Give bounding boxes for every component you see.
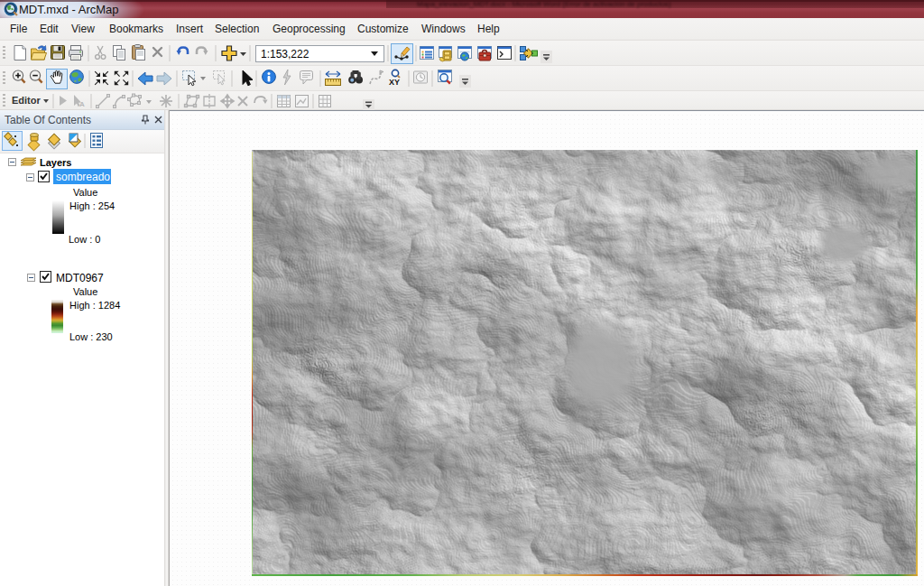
svg-text:XY: XY [389,78,400,87]
svg-text:A: A [79,100,85,108]
